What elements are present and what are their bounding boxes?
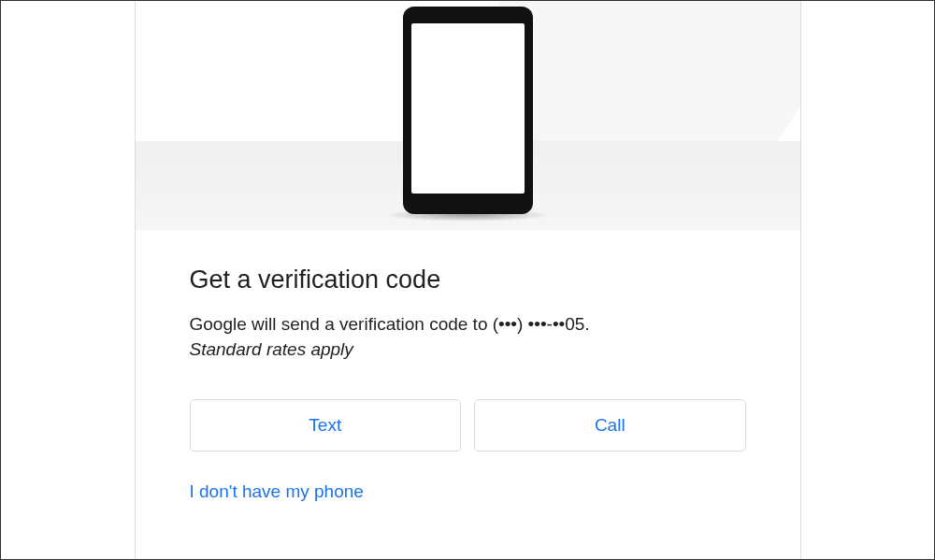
verification-card: Get a verification code Google will send…: [135, 1, 801, 559]
page-title: Get a verification code: [190, 266, 746, 294]
text-button[interactable]: Text: [190, 399, 462, 452]
hero-illustration: [136, 1, 800, 230]
button-row: Text Call: [190, 399, 746, 452]
phone-screen: [411, 23, 525, 194]
description-text: Google will send a verification code to …: [190, 311, 746, 337]
phone-illustration: [383, 7, 552, 222]
call-button[interactable]: Call: [474, 399, 746, 452]
no-phone-link[interactable]: I don't have my phone: [190, 481, 364, 502]
phone-icon: [403, 7, 533, 214]
rates-notice: Standard rates apply: [190, 339, 746, 360]
content-area: Get a verification code Google will send…: [136, 230, 800, 502]
